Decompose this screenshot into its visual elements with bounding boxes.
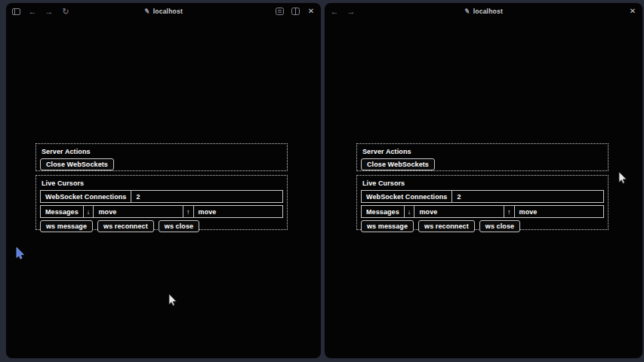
edit-address-icon: ✎ bbox=[464, 7, 470, 15]
connections-row: WebSocket Connections 2 bbox=[361, 190, 604, 203]
incoming-message: move bbox=[194, 206, 282, 217]
ws-reconnect-button[interactable]: ws reconnect bbox=[97, 220, 154, 232]
connections-count: 2 bbox=[452, 191, 603, 202]
close-websockets-button[interactable]: Close WebSockets bbox=[40, 158, 114, 170]
connections-count: 2 bbox=[131, 191, 282, 202]
browser-window-right: ← → ✎ localhost ✕ Server Actions Close W… bbox=[325, 3, 642, 358]
outgoing-arrow-icon: ↓ bbox=[84, 206, 94, 217]
live-cursors-heading: Live Cursors bbox=[362, 179, 604, 187]
connections-row: WebSocket Connections 2 bbox=[40, 190, 283, 203]
outgoing-message: move bbox=[414, 206, 504, 217]
close-window-icon[interactable]: ✕ bbox=[628, 7, 637, 16]
incoming-arrow-icon: ↑ bbox=[183, 206, 194, 217]
ws-close-button[interactable]: ws close bbox=[479, 220, 520, 232]
connections-label: WebSocket Connections bbox=[362, 191, 452, 202]
connections-label: WebSocket Connections bbox=[41, 191, 131, 202]
page-content: Server Actions Close WebSockets Live Cur… bbox=[35, 143, 288, 230]
ws-buttons-row: ws message ws reconnect ws close bbox=[40, 220, 283, 232]
page-content: Server Actions Close WebSockets Live Cur… bbox=[356, 143, 609, 230]
ws-reconnect-button[interactable]: ws reconnect bbox=[418, 220, 475, 232]
close-websockets-button[interactable]: Close WebSockets bbox=[361, 158, 435, 170]
ws-close-button[interactable]: ws close bbox=[159, 220, 199, 232]
address-text: localhost bbox=[153, 8, 183, 15]
messages-label: Messages bbox=[362, 206, 405, 217]
outgoing-arrow-icon: ↓ bbox=[405, 206, 415, 217]
server-actions-section: Server Actions Close WebSockets bbox=[356, 143, 609, 171]
edit-address-icon: ✎ bbox=[143, 7, 150, 15]
ws-message-button[interactable]: ws message bbox=[40, 220, 93, 232]
split-view-icon[interactable] bbox=[291, 7, 300, 16]
ws-buttons-row: ws message ws reconnect ws close bbox=[361, 220, 604, 232]
incoming-arrow-icon: ↑ bbox=[504, 206, 515, 217]
browser-window-left: ← → ↻ ✎ localhost ✕ Server Actions Close… bbox=[6, 3, 321, 358]
live-cursors-section: Live Cursors WebSocket Connections 2 Mes… bbox=[35, 175, 288, 230]
titlebar: ← → ✎ localhost ✕ bbox=[325, 3, 642, 20]
address-text: localhost bbox=[473, 8, 503, 15]
ws-message-button[interactable]: ws message bbox=[361, 220, 414, 232]
reader-list-icon[interactable] bbox=[275, 7, 284, 16]
live-cursors-section: Live Cursors WebSocket Connections 2 Mes… bbox=[356, 175, 609, 230]
address-title[interactable]: ✎ localhost bbox=[325, 3, 642, 20]
outgoing-message: move bbox=[94, 206, 183, 217]
incoming-message: move bbox=[515, 206, 603, 217]
live-cursors-heading: Live Cursors bbox=[42, 179, 283, 187]
messages-row: Messages ↓ move ↑ move bbox=[361, 205, 604, 218]
messages-label: Messages bbox=[41, 206, 84, 217]
titlebar: ← → ↻ ✎ localhost ✕ bbox=[6, 3, 321, 20]
close-window-icon[interactable]: ✕ bbox=[307, 7, 316, 16]
server-actions-section: Server Actions Close WebSockets bbox=[35, 143, 288, 171]
server-actions-heading: Server Actions bbox=[42, 148, 283, 155]
messages-row: Messages ↓ move ↑ move bbox=[40, 205, 283, 218]
server-actions-heading: Server Actions bbox=[362, 148, 604, 155]
address-title[interactable]: ✎ localhost bbox=[6, 3, 321, 20]
